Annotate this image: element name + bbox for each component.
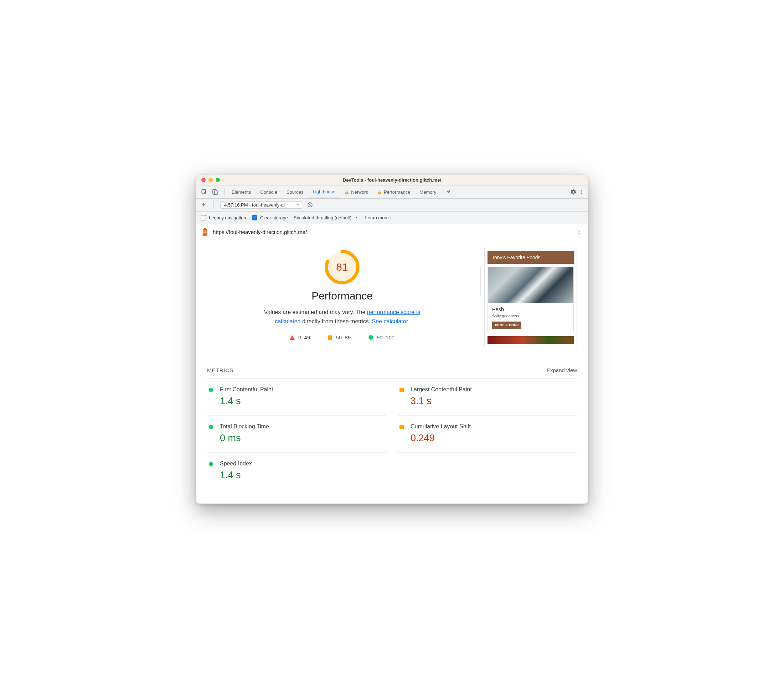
- metric-value: 1.4 s: [220, 470, 252, 481]
- titlebar: DevTools - foul-heavenly-direction.glitc…: [196, 174, 588, 186]
- tab-memory[interactable]: Memory: [415, 186, 441, 198]
- score-value: 81: [324, 249, 360, 285]
- separator: [214, 201, 214, 208]
- warning-icon: [377, 190, 382, 194]
- more-menu-icon[interactable]: [578, 188, 585, 196]
- metric-lcp[interactable]: Largest Contentful Paint 3.1 s: [398, 378, 577, 415]
- throttling-select[interactable]: Simulated throttling (default): [294, 215, 360, 221]
- category-title: Performance: [312, 290, 373, 302]
- metric-value: 0 ms: [220, 433, 269, 444]
- devtools-window: DevTools - foul-heavenly-direction.glitc…: [196, 174, 588, 504]
- minimize-window-button[interactable]: [209, 178, 213, 182]
- window-title: DevTools - foul-heavenly-direction.glitc…: [196, 177, 588, 183]
- report-urlbar: https://foul-heavenly-direction.glitch.m…: [196, 224, 588, 240]
- metric-si[interactable]: Speed Index 1.4 s: [207, 453, 386, 489]
- metric-fcp[interactable]: First Contentful Paint 1.4 s: [207, 378, 386, 415]
- metric-name: Total Blocking Time: [220, 423, 269, 430]
- svg-point-12: [579, 233, 580, 234]
- square-orange-icon: [399, 425, 404, 429]
- fullscreen-window-button[interactable]: [216, 178, 220, 182]
- new-report-button[interactable]: [200, 201, 207, 208]
- metric-value: 3.1 s: [410, 396, 472, 407]
- tab-performance[interactable]: Performance: [373, 186, 415, 198]
- svg-rect-7: [203, 231, 207, 232]
- circle-green-icon: [209, 388, 213, 392]
- metric-value: 0.249: [410, 433, 471, 444]
- score-gauge[interactable]: 81: [324, 249, 360, 285]
- preview-header: Tony's Favorite Foods: [488, 251, 574, 264]
- summary-row: 81 Performance Values are estimated and …: [207, 246, 577, 351]
- metric-value: 1.4 s: [220, 396, 273, 407]
- metrics-grid: First Contentful Paint 1.4 s Largest Con…: [207, 378, 577, 489]
- triangle-red-icon: [290, 335, 295, 340]
- svg-rect-8: [203, 232, 207, 233]
- legacy-navigation-checkbox[interactable]: Legacy navigation: [201, 215, 246, 221]
- circle-green-icon: [209, 462, 213, 466]
- metric-tbt[interactable]: Total Blocking Time 0 ms: [207, 415, 386, 453]
- lighthouse-report: 81 Performance Values are estimated and …: [196, 240, 588, 504]
- chevron-down-icon: [354, 216, 359, 219]
- tab-console[interactable]: Console: [256, 186, 282, 198]
- devtools-tabbar: Elements Console Sources Lighthouse Netw…: [196, 186, 588, 199]
- lighthouse-options: Legacy navigation ✓ Clear storage Simula…: [196, 211, 588, 224]
- learn-more-link[interactable]: Learn more: [365, 215, 388, 221]
- circle-green-icon: [209, 425, 213, 429]
- tab-lighthouse[interactable]: Lighthouse: [309, 186, 340, 198]
- performance-summary: 81 Performance Values are estimated and …: [207, 246, 477, 351]
- metric-name: Speed Index: [220, 460, 252, 467]
- report-selector-label: 4:57:16 PM - foul-heavenly-di: [224, 202, 285, 208]
- svg-point-3: [581, 190, 582, 191]
- page-screenshot-preview: Tony's Favorite Foods Fesh Salty goodnes…: [484, 248, 577, 347]
- preview-item-subtitle: Salty goodness: [492, 314, 569, 318]
- preview-image-2: [488, 336, 574, 344]
- tab-sources[interactable]: Sources: [282, 186, 308, 198]
- preview-item-title: Fesh: [492, 306, 569, 312]
- tab-elements[interactable]: Elements: [228, 186, 255, 198]
- see-calculator-link[interactable]: See calculator.: [372, 318, 410, 324]
- svg-point-5: [581, 193, 582, 194]
- report-url: https://foul-heavenly-direction.glitch.m…: [213, 229, 307, 235]
- clear-report-icon[interactable]: [307, 201, 313, 208]
- clear-storage-checkbox[interactable]: ✓ Clear storage: [252, 215, 288, 221]
- metric-name: Cumulative Layout Shift: [410, 423, 471, 430]
- preview-pros-cons-button: PROS & CONS: [492, 322, 521, 329]
- metrics-header: METRICS Expand view: [207, 351, 577, 378]
- tabs-overflow[interactable]: [441, 186, 455, 198]
- svg-rect-9: [203, 233, 207, 233]
- warning-icon: [344, 190, 349, 194]
- window-controls: [196, 178, 220, 182]
- separator: [224, 188, 224, 196]
- report-selector[interactable]: 4:57:16 PM - foul-heavenly-di: [220, 201, 302, 209]
- metric-name: Largest Contentful Paint: [410, 386, 472, 393]
- lighthouse-toolbar: 4:57:16 PM - foul-heavenly-di: [196, 199, 588, 211]
- category-description: Values are estimated and may vary. The p…: [264, 308, 421, 326]
- metrics-title: METRICS: [207, 367, 234, 373]
- svg-point-11: [579, 232, 580, 233]
- metric-name: First Contentful Paint: [220, 386, 273, 393]
- score-legend: 0–49 50–89 90–100: [290, 334, 394, 341]
- lighthouse-logo-icon: [201, 227, 209, 236]
- report-menu-icon[interactable]: [575, 228, 583, 235]
- svg-point-10: [579, 230, 580, 231]
- square-orange-icon: [328, 336, 332, 340]
- expand-view-toggle[interactable]: Expand view: [547, 367, 577, 373]
- checkbox-unchecked-icon: [201, 215, 206, 221]
- tab-network[interactable]: Network: [340, 186, 373, 198]
- svg-point-4: [581, 191, 582, 193]
- inspect-element-icon[interactable]: [201, 188, 208, 196]
- metric-cls[interactable]: Cumulative Layout Shift 0.249: [398, 415, 577, 453]
- circle-green-icon: [368, 335, 373, 340]
- settings-icon[interactable]: [570, 188, 577, 196]
- preview-image: [488, 267, 574, 303]
- checkbox-checked-icon: ✓: [252, 215, 257, 221]
- svg-rect-2: [215, 191, 217, 195]
- chevron-down-icon: [296, 202, 300, 208]
- close-window-button[interactable]: [201, 178, 206, 182]
- square-orange-icon: [399, 388, 404, 392]
- device-toolbar-icon[interactable]: [211, 188, 218, 196]
- preview-card: Fesh Salty goodness PROS & CONS: [488, 267, 574, 333]
